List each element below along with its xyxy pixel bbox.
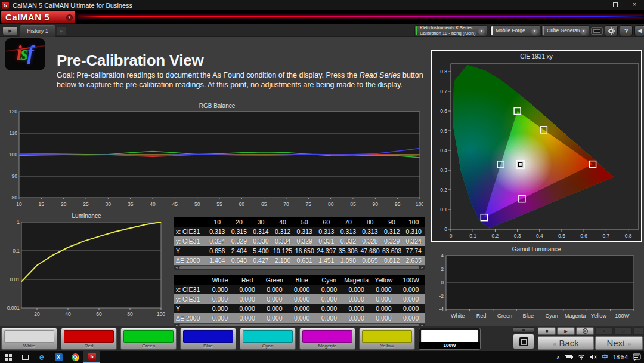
table-cell: 0.332 bbox=[338, 236, 360, 246]
cie-1931-chart: CIE 1931 xy 00.10.20.30.40.50.60.70.800.… bbox=[431, 50, 642, 242]
scrollbar-thumb[interactable] bbox=[179, 266, 419, 269]
wifi-icon[interactable] bbox=[578, 354, 585, 360]
table-cell: 0.000 bbox=[370, 294, 398, 304]
tab-scroll-button[interactable]: ▶ bbox=[2, 26, 18, 35]
pattern-swatch-red[interactable]: Red bbox=[61, 328, 117, 350]
pattern-swatch-green[interactable]: Green bbox=[120, 328, 177, 350]
svg-text:Blue: Blue bbox=[523, 313, 534, 319]
table-cell: 0.330 bbox=[250, 236, 272, 246]
chrome-taskbar-button[interactable] bbox=[67, 351, 83, 363]
source-dropdown[interactable]: Mobile Forge ▼ bbox=[490, 25, 540, 36]
table-cell: 0.000 bbox=[343, 285, 370, 294]
generator-dropdown[interactable]: Cube Generator ▼ bbox=[541, 25, 589, 36]
speaker-icon: ◀ bbox=[638, 28, 642, 33]
read-series-button[interactable]: A bbox=[576, 327, 594, 335]
table-cell: 0.328 bbox=[359, 236, 381, 246]
back-button[interactable]: « Back bbox=[538, 336, 594, 350]
grayscale-measurement-table: 102030405060708090100x: CIE310.3130.3150… bbox=[174, 217, 425, 265]
table-cell: 0.312 bbox=[272, 227, 294, 236]
windows-logo-icon bbox=[5, 354, 12, 361]
table-cell: 50 bbox=[293, 217, 315, 227]
start-button[interactable] bbox=[0, 351, 17, 363]
swatch-color-chip bbox=[421, 330, 478, 343]
table-cell: 2.180 bbox=[272, 256, 294, 265]
hidden-icons-button[interactable]: ∧ bbox=[556, 355, 560, 360]
table-cell: 0.314 bbox=[250, 227, 272, 236]
swatch-label: Magenta bbox=[300, 343, 355, 349]
meter-dropdown[interactable]: Klein Instruments K Series Calibration 1… bbox=[414, 25, 487, 36]
pattern-swatch-100w[interactable]: 100W bbox=[419, 328, 481, 350]
table-cell: 0.000 bbox=[315, 285, 343, 294]
settings-button[interactable] bbox=[605, 25, 618, 36]
svg-text:1: 1 bbox=[17, 220, 20, 225]
table-cell: Yellow bbox=[370, 275, 398, 285]
luminance-plot: 10.10.010.00120406080100 bbox=[6, 220, 166, 325]
edge-taskbar-button[interactable]: e bbox=[33, 351, 50, 363]
aux-button-3[interactable]: ◦ bbox=[633, 327, 643, 335]
swatch-label: Cyan bbox=[240, 343, 295, 349]
monitor-icon bbox=[593, 29, 600, 33]
table-cell: 24.397 bbox=[315, 246, 338, 256]
close-button[interactable]: × bbox=[625, 0, 644, 10]
svg-text:0.1: 0.1 bbox=[469, 233, 476, 239]
svg-text:70: 70 bbox=[283, 201, 289, 207]
next-button[interactable]: Next » bbox=[595, 336, 643, 350]
stop-read-button[interactable]: ■ bbox=[538, 327, 556, 335]
calman-icon: 5 bbox=[88, 353, 96, 361]
calman-logo-menu[interactable]: CalMAN 5 ▼ bbox=[1, 11, 75, 23]
table-cell: 0.313 bbox=[338, 227, 360, 236]
display-osd-button[interactable] bbox=[591, 27, 603, 35]
ime-indicator[interactable]: 中 bbox=[602, 353, 608, 361]
pattern-swatch-cyan[interactable]: Cyan bbox=[240, 328, 296, 350]
pattern-window-mini-button[interactable] bbox=[513, 327, 534, 333]
pattern-swatch-magenta[interactable]: Magenta bbox=[299, 328, 355, 350]
cie-1931-plot: 00.10.20.30.40.50.60.70.800.10.20.30.40.… bbox=[433, 60, 641, 241]
task-view-button[interactable] bbox=[17, 351, 33, 363]
minimize-button[interactable]: – bbox=[587, 0, 606, 10]
scroll-right-icon[interactable]: ► bbox=[420, 266, 425, 270]
aux-button-2[interactable]: □ bbox=[614, 327, 632, 335]
pattern-swatch-yellow[interactable]: Yellow bbox=[359, 328, 415, 350]
read-continuous-button[interactable]: ▶ bbox=[557, 327, 575, 335]
svg-text:0.3: 0.3 bbox=[514, 233, 521, 239]
maximize-button[interactable] bbox=[606, 0, 625, 10]
tab-stub[interactable]: ▶ bbox=[57, 27, 66, 35]
help-button[interactable]: ? bbox=[620, 25, 633, 36]
table-scrollbar[interactable]: ◄ ► bbox=[174, 266, 425, 270]
x-app-taskbar-button[interactable]: X bbox=[50, 351, 67, 363]
taskbar-clock[interactable]: 18:54 bbox=[613, 354, 628, 361]
stop-pattern-button[interactable] bbox=[513, 334, 534, 349]
table-cell: x: CIE31 bbox=[174, 285, 206, 294]
isf-logo: isf bbox=[5, 38, 45, 70]
scroll-left-icon[interactable]: ◄ bbox=[174, 266, 179, 270]
stop-icon bbox=[519, 337, 528, 346]
svg-text:100: 100 bbox=[157, 311, 165, 317]
calman-taskbar-button[interactable]: 5 bbox=[83, 351, 100, 363]
pattern-swatch-white[interactable]: White bbox=[1, 328, 57, 350]
aux-button-1[interactable]: × bbox=[595, 327, 613, 335]
table-cell: 90 bbox=[381, 217, 403, 227]
svg-text:60: 60 bbox=[96, 311, 102, 317]
svg-text:80: 80 bbox=[12, 195, 18, 201]
tab-history-1[interactable]: History 1 bbox=[20, 25, 55, 37]
notification-icon[interactable] bbox=[633, 353, 641, 361]
table-cell: x: CIE31 bbox=[174, 227, 206, 236]
speaker-muted-icon[interactable] bbox=[590, 354, 597, 360]
table-cell: 0.000 bbox=[234, 294, 261, 304]
svg-text:10: 10 bbox=[16, 201, 22, 207]
table-cell: 0.000 bbox=[261, 285, 289, 294]
source-status-indicator bbox=[491, 26, 493, 35]
gamut-luminance-plot: 420-2-4WhiteRedGreenBlueCyanMagentaYello… bbox=[431, 253, 639, 325]
svg-text:0.8: 0.8 bbox=[625, 233, 632, 239]
chevron-down-icon: ▼ bbox=[66, 14, 73, 21]
battery-icon[interactable] bbox=[565, 355, 573, 360]
svg-text:90: 90 bbox=[373, 201, 379, 207]
table-cell: 0.000 bbox=[261, 313, 289, 323]
table-cell: 1.898 bbox=[338, 256, 360, 265]
table-cell: 0.000 bbox=[261, 294, 289, 304]
speaker-button[interactable]: ◀ bbox=[634, 25, 644, 36]
swatch-label: Red bbox=[61, 343, 116, 349]
calman-logo-text: CalMAN 5 bbox=[5, 12, 49, 22]
pattern-swatch-blue[interactable]: Blue bbox=[180, 328, 236, 350]
svg-text:4: 4 bbox=[441, 253, 444, 259]
